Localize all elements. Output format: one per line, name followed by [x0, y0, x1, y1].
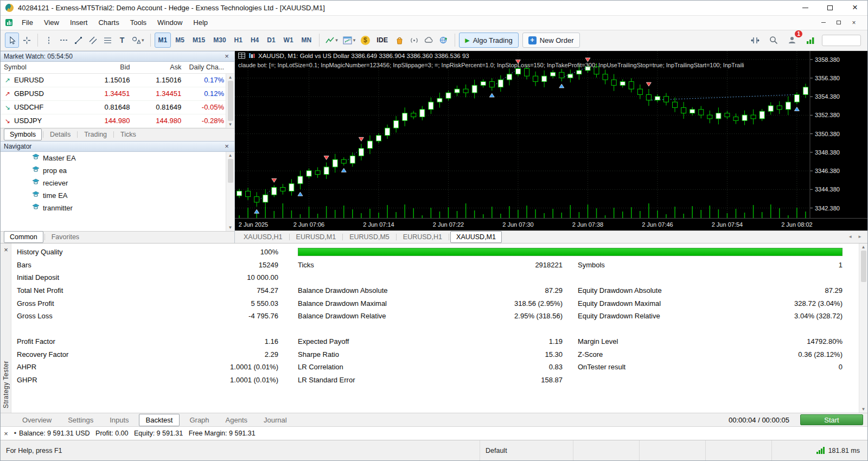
- close-icon[interactable]: ×: [1, 430, 11, 438]
- text-tool-button[interactable]: T: [115, 33, 129, 48]
- chart-template-button[interactable]: ▾: [341, 33, 358, 48]
- menu-view[interactable]: View: [39, 16, 65, 29]
- timeframe-h1[interactable]: H1: [231, 33, 246, 48]
- chart-tab-xauusd-m1[interactable]: XAUUSD,M1: [450, 231, 502, 243]
- scroll-up-icon[interactable]: ▲: [861, 245, 866, 249]
- market-watch-tab-ticks[interactable]: Ticks: [115, 129, 142, 140]
- scroll-up-icon[interactable]: ▲: [228, 75, 233, 80]
- timeframe-w1[interactable]: W1: [280, 33, 297, 48]
- tester-tab-backtest[interactable]: Backtest: [139, 414, 180, 426]
- tester-tab-journal[interactable]: Journal: [257, 414, 293, 426]
- scrollbar-thumb[interactable]: [228, 159, 233, 183]
- close-icon[interactable]: ×: [222, 142, 231, 150]
- scroll-down-icon[interactable]: ▼: [861, 407, 866, 412]
- timeframe-m15[interactable]: M15: [189, 33, 209, 48]
- scroll-down-icon[interactable]: ▼: [228, 225, 233, 230]
- maximize-button[interactable]: [818, 1, 843, 15]
- indicators-button[interactable]: ▾: [323, 33, 340, 48]
- start-button[interactable]: Start: [800, 414, 863, 425]
- menu-insert[interactable]: Insert: [65, 16, 93, 29]
- navigator-item-prop-ea[interactable]: prop ea: [1, 164, 234, 177]
- menu-tools[interactable]: Tools: [125, 16, 152, 29]
- timeframe-h4[interactable]: H4: [247, 33, 263, 48]
- crosshair-tool-button[interactable]: [20, 33, 34, 48]
- timeframe-m1[interactable]: M1: [155, 33, 171, 48]
- navigator-scrollbar[interactable]: ▲ ▼: [226, 152, 234, 231]
- child-close-button[interactable]: ×: [847, 17, 861, 28]
- navigator-item-master-ea[interactable]: Master EA: [1, 152, 234, 164]
- child-restore-button[interactable]: [832, 17, 846, 28]
- ide-button[interactable]: IDE: [373, 33, 392, 48]
- market-watch-row-usdjpy[interactable]: ↘USDJPY144.980144.980-0.28%: [1, 114, 234, 128]
- menu-charts[interactable]: Charts: [93, 16, 124, 29]
- market-button[interactable]: [392, 33, 406, 48]
- column-header-symbol[interactable]: Symbol: [1, 63, 76, 71]
- levels-button[interactable]: [803, 33, 818, 48]
- market-watch-tab-details[interactable]: Details: [44, 129, 76, 140]
- account-widget[interactable]: [822, 35, 861, 46]
- horizontal-line-tool-button[interactable]: [56, 33, 71, 48]
- timeframe-m30[interactable]: M30: [209, 33, 229, 48]
- timeframe-m5[interactable]: M5: [171, 33, 188, 48]
- trendline-tool-button[interactable]: [71, 33, 85, 48]
- chart-canvas[interactable]: 3358.3803356.3803354.3803352.3803350.380…: [235, 51, 867, 230]
- navigator-tab-common[interactable]: Common: [4, 231, 43, 243]
- minimize-button[interactable]: [793, 1, 818, 15]
- algo-trading-button[interactable]: ▶ Algo Trading: [459, 33, 518, 48]
- new-order-button[interactable]: + New Order: [522, 33, 580, 48]
- channel-tool-button[interactable]: [86, 33, 100, 48]
- menu-help[interactable]: Help: [188, 16, 213, 29]
- tab-scroll-right-icon[interactable]: ►: [856, 234, 864, 239]
- vertical-line-tool-button[interactable]: [42, 33, 56, 48]
- child-minimize-button[interactable]: [816, 17, 831, 28]
- timeframe-mn[interactable]: MN: [298, 33, 316, 48]
- column-header-ask[interactable]: Ask: [133, 63, 184, 71]
- shapes-tool-button[interactable]: ▾: [130, 33, 146, 48]
- status-profile[interactable]: Default: [480, 440, 573, 460]
- menu-file[interactable]: File: [16, 16, 39, 29]
- status-connection[interactable]: 181.81 ms: [772, 440, 867, 460]
- scrollbar-thumb[interactable]: [861, 251, 866, 282]
- navigator-item-tranmitter[interactable]: tranmitter: [1, 202, 234, 214]
- community-button[interactable]: [437, 33, 451, 48]
- menu-window[interactable]: Window: [152, 16, 188, 29]
- toggle-panels-button[interactable]: [748, 33, 762, 48]
- close-icon[interactable]: ×: [1, 246, 11, 254]
- market-watch-tab-symbols[interactable]: Symbols: [4, 129, 42, 140]
- signals-button[interactable]: [407, 33, 422, 48]
- scroll-up-icon[interactable]: ▲: [228, 153, 233, 158]
- column-header-daily-cha[interactable]: Daily Cha...: [184, 63, 225, 71]
- market-watch-tab-trading[interactable]: Trading: [79, 129, 112, 140]
- column-header-bid[interactable]: Bid: [76, 63, 133, 71]
- cloud-button[interactable]: [422, 33, 436, 48]
- scroll-down-icon[interactable]: ▼: [228, 122, 233, 127]
- chart-tab-xauusd-h1[interactable]: XAUUSD,H1: [238, 232, 288, 242]
- tester-tab-overview[interactable]: Overview: [16, 414, 58, 426]
- deposit-button[interactable]: $: [358, 33, 372, 48]
- tester-tab-agents[interactable]: Agents: [219, 414, 254, 426]
- tester-scrollbar[interactable]: ▲ ▼: [859, 244, 867, 413]
- tester-tab-settings[interactable]: Settings: [61, 414, 100, 426]
- tab-scroll-left-icon[interactable]: ◄: [846, 234, 854, 239]
- search-button[interactable]: [767, 33, 781, 48]
- timeframe-d1[interactable]: D1: [263, 33, 279, 48]
- market-watch-row-usdchf[interactable]: ↘USDCHF0.816480.81649-0.05%: [1, 101, 234, 114]
- market-watch-scrollbar[interactable]: ▲ ▼: [226, 74, 234, 128]
- fibonacci-tool-button[interactable]: [100, 33, 114, 48]
- scrollbar-thumb[interactable]: [228, 81, 233, 121]
- price-chart[interactable]: XAUUSD, M1: Gold vs US Dollar 3386.649 3…: [235, 51, 867, 230]
- navigator-item-reciever[interactable]: reciever: [1, 177, 234, 189]
- navigator-tab-favorites[interactable]: Favorites: [46, 232, 85, 242]
- close-button[interactable]: ×: [843, 1, 867, 15]
- cursor-tool-button[interactable]: [5, 33, 19, 48]
- close-icon[interactable]: ×: [222, 52, 231, 60]
- market-watch-row-gbpusd[interactable]: ↗GBPUSD1.344511.344510.12%: [1, 87, 234, 101]
- tester-tab-inputs[interactable]: Inputs: [103, 414, 135, 426]
- tester-tab-graph[interactable]: Graph: [183, 414, 215, 426]
- chart-tab-eurusd-m1[interactable]: EURUSD,M1: [291, 232, 342, 242]
- chart-tab-eurusd-h1[interactable]: EURUSD,H1: [398, 232, 448, 242]
- market-watch-row-eurusd[interactable]: ↗EURUSD1.150161.150160.17%: [1, 74, 234, 87]
- chart-tab-eurusd-m5[interactable]: EURUSD,M5: [344, 232, 395, 242]
- notifications-button[interactable]: 1: [785, 33, 799, 48]
- navigator-item-time-ea[interactable]: time EA: [1, 189, 234, 202]
